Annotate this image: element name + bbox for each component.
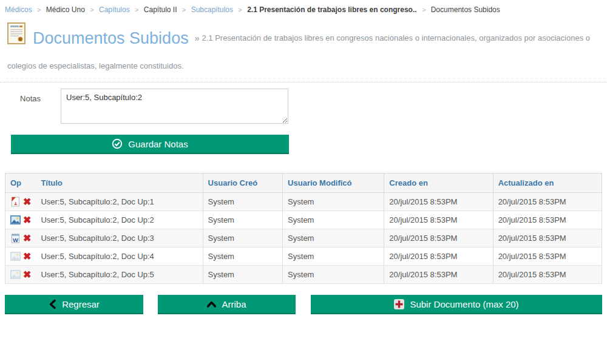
save-notes-button[interactable]: Guardar Notas xyxy=(11,135,289,154)
created-by: System xyxy=(203,229,283,248)
notes-textarea[interactable]: User:5, Subcapítulo:2 xyxy=(61,89,288,124)
table-row: ✖ User:5, Subcapítulo:2, Doc Up:1 System… xyxy=(5,193,602,211)
breadcrumb-medico-uno: Médico Uno xyxy=(46,5,85,14)
modified-by: System xyxy=(283,248,384,266)
documents-table: Op Título Usuario Creó Usuario Modificó … xyxy=(5,173,602,284)
subtitle-marker: » xyxy=(195,33,200,43)
document-title: User:5, Subcapítulo:2, Doc Up:4 xyxy=(36,248,203,266)
modified-by: System xyxy=(283,193,384,211)
breadcrumb-separator: > xyxy=(238,6,242,13)
breadcrumb-separator: > xyxy=(37,6,41,13)
table-row: ✖ User:5, Subcapítulo:2, Doc Up:5 System… xyxy=(5,266,602,284)
delete-icon[interactable]: ✖ xyxy=(23,215,31,225)
document-title: User:5, Subcapítulo:2, Doc Up:5 xyxy=(36,266,203,284)
breadcrumb-documentos-subidos: Documentos Subidos xyxy=(431,5,500,14)
image-file-icon[interactable] xyxy=(10,215,21,225)
page-title: Documentos Subidos xyxy=(33,29,189,47)
modified-by: System xyxy=(283,229,384,248)
created-by: System xyxy=(203,211,283,229)
updated-at: 20/jul/2015 8:53PM xyxy=(493,266,602,284)
breadcrumb-medicos[interactable]: Médicos xyxy=(5,5,32,14)
pdf-file-icon[interactable] xyxy=(10,197,21,207)
delete-icon[interactable]: ✖ xyxy=(23,269,31,280)
delete-icon[interactable]: ✖ xyxy=(23,251,31,261)
created-by: System xyxy=(203,248,283,266)
breadcrumb: Médicos > Médico Uno > Capítulos > Capít… xyxy=(0,0,607,20)
document-title: User:5, Subcapítulo:2, Doc Up:3 xyxy=(36,229,203,248)
header-divider xyxy=(0,82,607,83)
created-at: 20/jul/2015 8:53PM xyxy=(384,248,493,266)
table-row: ✖ User:5, Subcapítulo:2, Doc Up:2 System… xyxy=(5,211,602,229)
svg-text:W: W xyxy=(13,237,18,243)
delete-icon[interactable]: ✖ xyxy=(23,233,31,243)
notes-section: Notas User:5, Subcapítulo:2 xyxy=(0,89,607,124)
breadcrumb-separator: > xyxy=(90,6,93,13)
column-header-usuario-modifico[interactable]: Usuario Modificó xyxy=(283,174,384,193)
back-button-label: Regresar xyxy=(62,299,100,309)
updated-at: 20/jul/2015 8:53PM xyxy=(493,248,602,266)
modified-by: System xyxy=(283,211,384,229)
breadcrumb-subcapitulos[interactable]: Subcapítulos xyxy=(191,5,233,14)
documents-table-wrap: Op Título Usuario Creó Usuario Modificó … xyxy=(5,173,602,284)
breadcrumb-separator: > xyxy=(135,6,138,13)
breadcrumb-capitulo-ii: Capítulo II xyxy=(144,5,177,14)
footer-actions: Regresar Arriba Subir Documento (max 20) xyxy=(5,295,602,314)
created-by: System xyxy=(203,193,283,211)
created-at: 20/jul/2015 8:53PM xyxy=(384,211,493,229)
breadcrumb-subcapitulo-2-1: 2.1 Presentación de trabajos libres en c… xyxy=(247,5,416,14)
breadcrumb-separator: > xyxy=(182,6,186,13)
breadcrumb-separator: > xyxy=(422,6,426,13)
image-placeholder-icon[interactable] xyxy=(10,251,21,261)
check-circle-icon xyxy=(112,138,123,149)
up-button-label: Arriba xyxy=(222,299,246,309)
breadcrumb-capitulos[interactable]: Capítulos xyxy=(99,5,130,14)
word-file-icon[interactable]: W xyxy=(10,233,21,243)
column-header-usuario-creo[interactable]: Usuario Creó xyxy=(203,174,283,193)
created-by: System xyxy=(203,266,283,284)
created-at: 20/jul/2015 8:53PM xyxy=(384,229,493,248)
up-button[interactable]: Arriba xyxy=(158,295,296,314)
column-header-titulo[interactable]: Título xyxy=(36,174,203,193)
created-at: 20/jul/2015 8:53PM xyxy=(384,193,493,211)
add-document-plus-icon xyxy=(394,299,404,309)
modified-by: System xyxy=(283,266,384,284)
table-row: W ✖ User:5, Subcapítulo:2, Doc Up:3 Syst… xyxy=(5,229,602,248)
chevron-up-icon xyxy=(207,300,216,308)
page-header: Documentos Subidos»2.1 Presentación de t… xyxy=(0,20,607,78)
table-header-row: Op Título Usuario Creó Usuario Modificó … xyxy=(5,174,602,193)
created-at: 20/jul/2015 8:53PM xyxy=(384,266,493,284)
updated-at: 20/jul/2015 8:53PM xyxy=(493,229,602,248)
contract-document-icon xyxy=(7,22,25,53)
updated-at: 20/jul/2015 8:53PM xyxy=(493,193,602,211)
save-notes-label: Guardar Notas xyxy=(128,139,188,149)
notes-label: Notas xyxy=(0,89,61,124)
upload-button-label: Subir Documento (max 20) xyxy=(410,299,518,309)
back-button[interactable]: Regresar xyxy=(5,295,143,314)
document-title: User:5, Subcapítulo:2, Doc Up:1 xyxy=(36,193,203,211)
column-header-actualizado-en[interactable]: Actualizado en xyxy=(493,174,602,193)
delete-icon[interactable]: ✖ xyxy=(23,197,31,207)
document-title: User:5, Subcapítulo:2, Doc Up:2 xyxy=(36,211,203,229)
image-placeholder-icon[interactable] xyxy=(10,269,21,280)
table-row: ✖ User:5, Subcapítulo:2, Doc Up:4 System… xyxy=(5,248,602,266)
updated-at: 20/jul/2015 8:53PM xyxy=(493,211,602,229)
column-header-creado-en[interactable]: Creado en xyxy=(384,174,493,193)
upload-document-button[interactable]: Subir Documento (max 20) xyxy=(311,295,602,314)
column-header-op[interactable]: Op xyxy=(5,174,36,193)
chevron-left-icon xyxy=(49,300,56,309)
